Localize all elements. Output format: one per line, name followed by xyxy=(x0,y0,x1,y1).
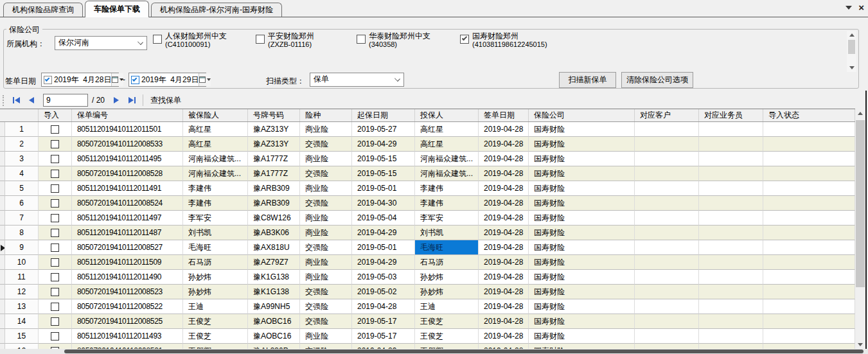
client-cell[interactable] xyxy=(635,181,699,196)
applicant-cell[interactable]: 李军安 xyxy=(415,211,479,226)
page-number-input[interactable] xyxy=(43,94,88,107)
status-cell[interactable] xyxy=(763,211,855,226)
agent-cell[interactable] xyxy=(699,211,763,226)
column-header-plate[interactable]: 号牌号码 xyxy=(248,109,300,121)
plate-cell[interactable]: 豫ARB309 xyxy=(248,196,300,211)
import-checkbox[interactable] xyxy=(51,288,59,296)
company-checkbox[interactable] xyxy=(357,35,366,44)
date-to-calendar-button[interactable] xyxy=(199,73,211,86)
table-row[interactable]: 10805112019410112011509石马沥豫AZ79Z7商业险2019… xyxy=(0,255,855,270)
scroll-down-icon[interactable] xyxy=(847,64,856,72)
company-cell[interactable]: 国寿财险 xyxy=(529,299,635,314)
table-row[interactable]: 8805112019410112011487刘书凯豫AB3K06商业险2019-… xyxy=(0,226,855,240)
import-cell[interactable] xyxy=(39,240,72,255)
sign-cell[interactable]: 2019-04-28 xyxy=(479,152,529,166)
policy-cell[interactable]: 805112019410112011491 xyxy=(72,181,183,196)
start-cell[interactable]: 2019-04-29 xyxy=(352,226,415,240)
coverage-cell[interactable]: 商业险 xyxy=(300,211,352,226)
agent-cell[interactable] xyxy=(699,196,763,211)
plate-cell[interactable]: 豫A99NH5 xyxy=(248,299,300,314)
agent-cell[interactable] xyxy=(699,255,763,270)
coverage-cell[interactable]: 交强险 xyxy=(300,137,352,152)
client-cell[interactable] xyxy=(635,166,699,181)
agent-cell[interactable] xyxy=(699,152,763,166)
coverage-cell[interactable]: 交强险 xyxy=(300,285,352,299)
agent-cell[interactable] xyxy=(699,240,763,255)
applicant-cell[interactable]: 刘书凯 xyxy=(415,226,479,240)
coverage-cell[interactable]: 交强险 xyxy=(300,314,352,329)
sign-cell[interactable]: 2019-04-28 xyxy=(479,240,529,255)
table-row[interactable]: 4805072019410112008528河南福众建筑...豫A1777Z交强… xyxy=(0,166,855,181)
start-cell[interactable]: 2019-05-01 xyxy=(352,240,415,255)
import-checkbox[interactable] xyxy=(51,155,59,163)
column-header-company[interactable]: 保险公司 xyxy=(529,109,635,121)
import-checkbox[interactable] xyxy=(51,184,59,193)
plate-cell[interactable]: 豫K1G138 xyxy=(248,270,300,285)
company-checkbox-item[interactable]: 人保财险郑州中支(C410100091) xyxy=(153,32,227,49)
status-cell[interactable] xyxy=(763,299,855,314)
agent-cell[interactable] xyxy=(699,299,763,314)
company-cell[interactable]: 国寿财险 xyxy=(529,240,635,255)
sign-cell[interactable]: 2019-04-28 xyxy=(479,196,529,211)
plate-cell[interactable]: 豫ARB309 xyxy=(248,181,300,196)
column-header-sign[interactable]: 签单日期 xyxy=(479,109,529,121)
start-cell[interactable]: 2019-04-28 xyxy=(352,299,415,314)
import-checkbox[interactable] xyxy=(51,229,59,237)
coverage-cell[interactable]: 商业险 xyxy=(300,329,352,344)
date-from-checkbox[interactable] xyxy=(44,76,52,84)
start-cell[interactable]: 2019-05-02 xyxy=(352,285,415,299)
sign-cell[interactable]: 2019-04-28 xyxy=(479,226,529,240)
column-header-applicant[interactable]: 投保人 xyxy=(415,109,479,121)
scrollbar-thumb[interactable] xyxy=(856,120,865,287)
status-cell[interactable] xyxy=(763,314,855,329)
scan-type-select[interactable]: 保单 xyxy=(310,73,404,87)
plate-cell[interactable]: 豫AB3K06 xyxy=(248,226,300,240)
table-row[interactable]: 13805072019410112008522王迪豫A99NH5交强险2019-… xyxy=(0,299,855,314)
plate-cell[interactable]: 豫AZ79Z7 xyxy=(248,255,300,270)
previous-page-button[interactable] xyxy=(24,94,39,107)
client-cell[interactable] xyxy=(635,329,699,344)
insured-cell[interactable]: 石马沥 xyxy=(183,255,248,270)
table-row[interactable]: 9805072019410112008527毛海旺豫AX818U交强险2019-… xyxy=(0,240,855,255)
import-checkbox[interactable] xyxy=(51,332,59,341)
applicant-cell[interactable]: 李建伟 xyxy=(415,196,479,211)
agent-cell[interactable] xyxy=(699,137,763,152)
policy-cell[interactable]: 805072019410112008527 xyxy=(72,240,183,255)
column-header-client[interactable]: 对应客户 xyxy=(635,109,699,121)
import-cell[interactable] xyxy=(39,166,72,181)
table-row[interactable]: 15805112019410112011493王俊芝豫AOBC16商业险2019… xyxy=(0,329,855,344)
row-number-cell[interactable]: 13 xyxy=(5,299,39,314)
sign-cell[interactable]: 2019-04-28 xyxy=(479,166,529,181)
row-number-cell[interactable]: 1 xyxy=(5,122,39,137)
start-cell[interactable]: 2019-05-17 xyxy=(352,329,415,344)
policy-cell[interactable]: 805112019410112011490 xyxy=(72,270,183,285)
insured-cell[interactable]: 河南福众建筑... xyxy=(183,152,248,166)
plate-cell[interactable]: 豫A1777Z xyxy=(248,166,300,181)
start-cell[interactable]: 2019-05-15 xyxy=(352,152,415,166)
company-checkbox-item[interactable]: 国寿财险郑州(410381198612245015) xyxy=(460,32,547,49)
status-cell[interactable] xyxy=(763,166,855,181)
table-row[interactable]: 5805112019410112011491李建伟豫ARB309商业险2019-… xyxy=(0,181,855,196)
sign-cell[interactable]: 2019-04-28 xyxy=(479,299,529,314)
coverage-cell[interactable]: 商业险 xyxy=(300,226,352,240)
agent-cell[interactable] xyxy=(699,181,763,196)
scan-new-policy-button[interactable]: 扫描新保单 xyxy=(559,72,616,88)
insured-cell[interactable]: 王俊芝 xyxy=(183,329,248,344)
client-cell[interactable] xyxy=(635,314,699,329)
insured-cell[interactable]: 刘书凯 xyxy=(183,226,248,240)
horizontal-scrollbar[interactable] xyxy=(0,349,868,354)
coverage-cell[interactable]: 商业险 xyxy=(300,255,352,270)
row-number-cell[interactable]: 12 xyxy=(5,285,39,299)
insured-cell[interactable]: 王迪 xyxy=(183,299,248,314)
status-cell[interactable] xyxy=(763,270,855,285)
status-cell[interactable] xyxy=(763,329,855,344)
row-number-cell[interactable]: 3 xyxy=(5,152,39,166)
row-number-cell[interactable]: 11 xyxy=(5,270,39,285)
client-cell[interactable] xyxy=(635,240,699,255)
import-cell[interactable] xyxy=(39,255,72,270)
company-checkbox[interactable] xyxy=(256,35,265,44)
applicant-cell[interactable]: 王俊芝 xyxy=(415,314,479,329)
import-cell[interactable] xyxy=(39,152,72,166)
table-row[interactable]: 14805072019410112008525王俊芝豫AOBC16交强险2019… xyxy=(0,314,855,329)
policy-cell[interactable]: 805072019410112008533 xyxy=(72,137,183,152)
